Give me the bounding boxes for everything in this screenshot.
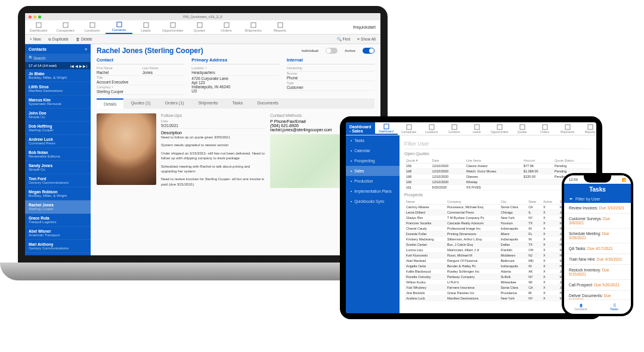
sidebar-contact[interactable]: Mari AnthonyCentury Communications <box>25 240 91 253</box>
task-item[interactable]: Schedule Meeting: Due 3/28/2021 <box>564 229 631 243</box>
sidebar-contact[interactable]: Rachel JonesSterling Cooper <box>25 200 91 214</box>
first-name-field[interactable]: Rachel <box>97 70 139 76</box>
source-field[interactable]: Phone <box>287 75 374 81</box>
svg-rect-8 <box>251 23 256 27</box>
sidebar-contact[interactable]: Bob NolanRenewable Editions <box>25 148 91 161</box>
tablet-side-item[interactable]: ▪Implementation Plans <box>346 186 400 196</box>
nav-tab-reports[interactable]: Reports <box>267 20 293 34</box>
svg-rect-19 <box>588 125 593 129</box>
sidebar-contact[interactable]: Tom FordCentury Communications <box>25 174 91 187</box>
tablet-nav-quotes[interactable]: Quotes <box>511 122 534 135</box>
tablet-side-item[interactable]: ▪Quickbooks Sync <box>346 196 400 206</box>
tablet-side-item[interactable]: ▪Prospecting <box>346 156 400 166</box>
nav-tab-opportunities[interactable]: Opportunities <box>159 20 186 34</box>
sidebar-contact[interactable]: Abel WisnerAmerican Transport <box>25 227 91 240</box>
task-item[interactable]: QA Tasks: Due 4/17/2021 <box>564 243 631 254</box>
find-button[interactable]: 🔍 Find <box>337 37 351 42</box>
sidebar-contact[interactable]: Megan RobisonBuckley, Miller, & Wright <box>25 187 91 200</box>
sidebar-contact[interactable]: Sandy JonesSimple Co <box>25 161 91 174</box>
tablet-nav-orders[interactable]: Orders <box>534 122 556 135</box>
tablet-sidebar: ▪Tasks▪Calendar▪Prospecting▪Sales▪Produc… <box>346 135 400 313</box>
duplicate-button[interactable]: ⧉ Duplicate <box>48 37 69 42</box>
task-list: Review Invoices: Due 3/10/2021Customer S… <box>564 203 631 299</box>
task-item[interactable]: Call Prospect: Due 5/26/2021 <box>564 280 631 291</box>
svg-rect-2 <box>90 23 95 27</box>
tablet-nav-opportunities[interactable]: Opportunities <box>488 122 511 135</box>
svg-rect-10 <box>384 124 389 129</box>
sidebar-contact[interactable]: Marcus KimSystematic Removal <box>25 95 91 109</box>
task-item[interactable]: Restock Inventory: Due 5/15/2021 <box>564 265 631 280</box>
toolbar: + New ⧉ Duplicate 🗑 Delete 🔍 Find ≡ Show… <box>25 35 380 44</box>
pager-nav[interactable]: |◀ ◀ ▶ ▶| <box>70 64 87 68</box>
sub-tab[interactable]: Details <box>97 98 123 109</box>
record-counter: 17 of 14 (14 total) |◀ ◀ ▶ ▶| <box>25 62 91 69</box>
sidebar-contact[interactable]: Andrew LuckCommand Press <box>25 135 91 148</box>
tablet-side-item[interactable]: ▪Sales <box>346 166 400 176</box>
table-row[interactable]: 15612/10/2020Classic Aviator$77.96Pendin… <box>404 163 592 169</box>
main-content: Rachel Jones (Sterling Cooper) Individua… <box>91 44 380 255</box>
phone-tab-tasks[interactable]: ☰Tasks <box>597 300 631 314</box>
tablet-nav-reports[interactable]: Reports <box>579 122 596 135</box>
tablet-nav-locations[interactable]: Locations <box>420 122 443 135</box>
tablet-nav-shipments[interactable]: Shipments <box>556 122 579 135</box>
company-field[interactable]: Sterling Cooper <box>97 89 184 95</box>
tablet-side-item[interactable]: ▪Production <box>346 176 400 186</box>
title-field[interactable]: Account Executive <box>97 79 184 85</box>
active-toggle[interactable] <box>363 48 374 54</box>
tablet-nav-leads[interactable]: Leads <box>466 122 488 135</box>
individual-toggle[interactable] <box>326 48 338 54</box>
sub-tab[interactable]: Documents <box>250 98 285 109</box>
sub-tab[interactable]: Quotes (1) <box>123 98 157 109</box>
svg-rect-7 <box>224 23 229 27</box>
sub-tab[interactable]: Tasks <box>225 98 250 109</box>
menu-icon[interactable]: ≡ <box>85 47 87 51</box>
sidebar-contact[interactable]: John DoeSimple Co <box>25 109 91 122</box>
filter-by-user[interactable]: ⏷ Filter by User <box>564 195 631 203</box>
nav-tab-shipments[interactable]: Shipments <box>240 20 267 34</box>
task-item[interactable]: Review Invoices: Due 3/10/2021 <box>564 203 631 214</box>
search-input[interactable]: 🔍 Search <box>25 54 91 62</box>
nav-tab-locations[interactable]: Locations <box>79 20 106 34</box>
location-field[interactable]: Headquarters <box>191 70 279 76</box>
nav-tab-dashboard[interactable]: Dashboard <box>25 20 52 34</box>
sidebar-contact[interactable]: Grace RutaTranquil Logistics <box>25 214 91 227</box>
followup-date[interactable]: 5/21/2021 <box>161 123 265 129</box>
tablet-side-item[interactable]: ▪Tasks <box>346 135 400 146</box>
svg-rect-9 <box>278 23 283 27</box>
tablet-app: Dashboard - Sales DashboardCompaniesLoca… <box>346 122 596 313</box>
svg-rect-13 <box>452 125 457 129</box>
phone-tab-contacts[interactable]: 👤Contacts <box>564 300 597 314</box>
sub-tab[interactable]: Shipments <box>191 98 225 109</box>
filter-user-input[interactable]: Filter User <box>404 139 592 149</box>
task-item[interactable]: Train New Hire: Due 4/30/2021 <box>564 254 631 265</box>
task-item[interactable]: Customer Surveys: Due 3/8/2021 <box>564 214 631 229</box>
nav-tab-leads[interactable]: Leads <box>132 20 159 34</box>
laptop-device: FM_Quickstart_v19_2_0 DashboardCompanies… <box>18 6 388 286</box>
tablet-nav-dashboard[interactable]: Dashboard <box>375 122 398 135</box>
filter-icon: ⏷ <box>569 197 573 201</box>
svg-rect-16 <box>520 125 525 129</box>
type-field[interactable]: Customer <box>287 85 374 91</box>
table-row[interactable]: 16812/10/2020Watch; Gucci Museo$1,069.00… <box>404 169 592 174</box>
contacts-sidebar: Contacts ≡ 🔍 Search 17 of 14 (14 total) … <box>25 44 91 255</box>
svg-rect-11 <box>407 125 411 129</box>
window-title: FM_Quickstart_v19_2_0 <box>183 15 222 18</box>
nav-tab-quotes[interactable]: Quotes <box>186 20 213 34</box>
task-item[interactable]: Deliver Documents: Due 6/4/2021 <box>564 291 631 299</box>
nav-tab-contacts[interactable]: Contacts <box>106 20 132 34</box>
sidebar-contact[interactable]: Jo BlakeBuckley, Miller, & Wright <box>25 69 91 82</box>
delete-button[interactable]: 🗑 Delete <box>76 37 92 41</box>
tablet-nav-contacts[interactable]: Contacts <box>443 122 466 135</box>
nav-tab-companies[interactable]: Companies <box>52 20 79 34</box>
sidebar-contact[interactable]: Dob HeffringSterling Cooper <box>25 122 91 135</box>
last-name-field[interactable]: Jones <box>143 70 185 76</box>
new-button[interactable]: + New <box>30 37 41 41</box>
sidebar-contact[interactable]: Lilith SirusManifest Destinations <box>25 82 91 95</box>
sub-tab[interactable]: Orders (1) <box>157 98 191 109</box>
nav-tab-orders[interactable]: Orders <box>213 20 240 34</box>
svg-rect-5 <box>171 23 175 27</box>
svg-rect-6 <box>197 23 202 27</box>
show-all-button[interactable]: ≡ Show All <box>357 37 376 41</box>
tablet-nav-companies[interactable]: Companies <box>398 122 420 135</box>
tablet-side-item[interactable]: ▪Calendar <box>346 146 400 156</box>
